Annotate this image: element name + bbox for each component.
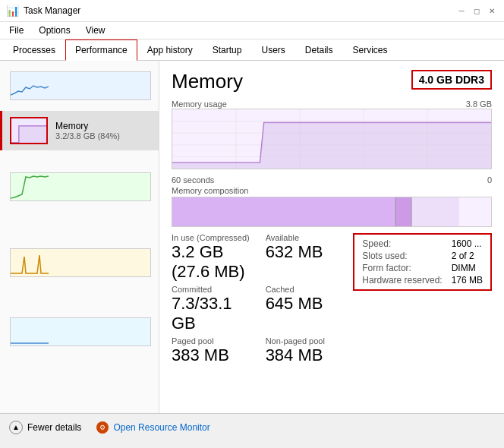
menu-bar: File Options View (0, 22, 504, 39)
menu-options[interactable]: Options (36, 24, 73, 37)
sidebar-item-wifi[interactable]: Wi-Fi Wi-Fi S: 0 R: 0 Kbps (0, 223, 159, 302)
time-labels: 60 seconds 0 (172, 175, 492, 185)
stat-cached: Cached 645 MB (266, 285, 354, 333)
main-panel: Memory 4.0 GB DDR3 Memory usage 3.8 GB (159, 61, 504, 413)
panel-header: Memory 4.0 GB DDR3 (172, 70, 492, 93)
tab-performance[interactable]: Performance (65, 39, 137, 61)
chart-label-row: Memory usage 3.8 GB (172, 99, 492, 109)
tab-startup[interactable]: Startup (203, 39, 252, 61)
chevron-up-icon: ▲ (9, 421, 23, 434)
memory-composition-chart (172, 197, 492, 227)
time-label-left: 60 seconds (172, 175, 214, 185)
memory-type-badge: 4.0 GB DDR3 (411, 70, 492, 90)
fewer-details-button[interactable]: ▲ Fewer details (9, 421, 81, 434)
close-button[interactable]: ✕ (486, 5, 498, 17)
memory-comp-label: Memory composition (172, 186, 492, 195)
svg-rect-4 (11, 318, 49, 345)
sidebar-item-disk[interactable]: Disk 0 (C: D:) HDD 97% (0, 150, 159, 223)
restore-button[interactable]: ◻ (471, 5, 483, 17)
svg-rect-14 (172, 197, 395, 227)
tab-services[interactable]: Services (343, 39, 398, 61)
tab-app-history[interactable]: App history (137, 39, 203, 61)
minimize-button[interactable]: ─ (455, 5, 468, 17)
svg-rect-3 (11, 249, 49, 276)
sidebar-item-cpu[interactable]: CPU 21% 2.27 GHz (0, 61, 159, 111)
details-box: Speed: 1600 ... Slots used: 2 of 2 Form … (353, 233, 492, 291)
main-content: CPU 21% 2.27 GHz Memory 3.2/3.8 GB (84%) (0, 61, 504, 413)
stat-in-use: In use (Compressed) 3.2 GB (27.6 MB) (172, 233, 260, 282)
gpu-thumbnail (10, 317, 151, 346)
memory-label: Memory (55, 121, 151, 131)
detail-form-label: Form factor: (362, 263, 442, 273)
app-title: Task Manager (24, 5, 80, 16)
sidebar: CPU 21% 2.27 GHz Memory 3.2/3.8 GB (84%) (0, 61, 159, 413)
svg-rect-15 (395, 197, 411, 227)
chart-label-right: 3.8 GB (466, 99, 492, 109)
tab-processes[interactable]: Processes (3, 39, 65, 61)
footer: ▲ Fewer details ⚙ Open Resource Monitor (0, 413, 504, 440)
svg-rect-16 (411, 197, 459, 227)
panel-title: Memory (172, 70, 243, 93)
svg-marker-13 (172, 123, 491, 169)
cpu-thumbnail (10, 71, 151, 100)
wifi-thumbnail (10, 248, 151, 277)
fewer-details-label: Fewer details (27, 422, 81, 433)
memory-thumbnail (10, 117, 48, 144)
detail-slots-label: Slots used: (362, 251, 442, 261)
memory-usage-section: Memory usage 3.8 GB (172, 99, 492, 169)
detail-slots-value: 2 of 2 (452, 251, 483, 261)
app-icon: 📊 (6, 5, 19, 17)
sidebar-item-memory[interactable]: Memory 3.2/3.8 GB (84%) (0, 111, 159, 150)
stat-available: Available 632 MB (266, 233, 354, 282)
detail-hw-label: Hardware reserved: (362, 275, 442, 286)
detail-form-value: DIMM (452, 263, 483, 273)
chart-label-left: Memory usage (172, 99, 227, 109)
open-resource-monitor-button[interactable]: ⚙ Open Resource Monitor (96, 421, 209, 434)
resource-monitor-icon: ⚙ (96, 421, 109, 434)
tab-users[interactable]: Users (251, 39, 295, 61)
menu-view[interactable]: View (83, 24, 109, 37)
disk-thumbnail (10, 172, 151, 201)
menu-file[interactable]: File (6, 24, 27, 37)
memory-sub: 3.2/3.8 GB (84%) (55, 131, 151, 140)
memory-usage-chart (172, 109, 492, 169)
tab-bar: Processes Performance App history Startu… (0, 39, 504, 61)
stat-nonpaged: Non-paged pool 384 MB (266, 336, 354, 365)
tab-details[interactable]: Details (295, 39, 343, 61)
sidebar-item-gpu[interactable]: GPU 0 Intel(R) HD Graphics 0% (0, 302, 159, 361)
detail-speed-label: Speed: (362, 238, 442, 249)
detail-hw-value: 176 MB (452, 275, 483, 286)
detail-speed-value: 1600 ... (452, 238, 483, 249)
stat-paged: Paged pool 383 MB (172, 336, 260, 365)
title-bar: 📊 Task Manager ─ ◻ ✕ (0, 0, 504, 22)
stat-committed: Committed 7.3/33.1 GB (172, 285, 260, 333)
open-resource-monitor-label: Open Resource Monitor (113, 422, 209, 433)
time-label-right: 0 (487, 175, 492, 185)
